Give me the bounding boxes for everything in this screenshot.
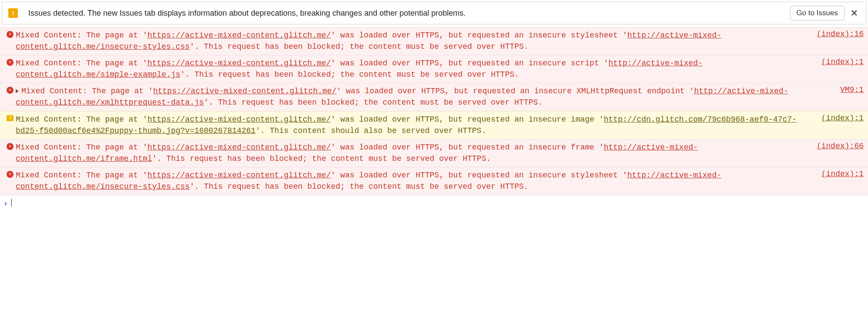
issues-banner-text: Issues detected. The new Issues tab disp…	[28, 9, 790, 18]
issues-badge-icon	[8, 8, 18, 18]
svg-rect-1	[13, 14, 14, 15]
error-icon	[7, 87, 14, 94]
source-link[interactable]: (index):16	[810, 30, 864, 38]
error-icon	[7, 143, 14, 150]
url-link[interactable]: https://active-mixed-content.glitch.me/	[147, 59, 331, 68]
console-message: Mixed Content: The page at 'https://acti…	[0, 167, 868, 195]
source-link[interactable]: (index):1	[814, 58, 864, 66]
text-cursor	[11, 199, 12, 207]
url-link[interactable]: http://active-mixed-content.glitch.me/in…	[16, 31, 721, 51]
url-link[interactable]: http://active-mixed-content.glitch.me/si…	[16, 59, 703, 79]
go-to-issues-button[interactable]: Go to Issues	[790, 6, 844, 20]
url-link[interactable]: https://active-mixed-content.glitch.me/	[147, 115, 331, 124]
message-text: Mixed Content: The page at 'https://acti…	[16, 142, 810, 164]
url-link[interactable]: https://active-mixed-content.glitch.me/	[147, 143, 331, 152]
url-link[interactable]: https://active-mixed-content.glitch.me/	[153, 87, 336, 95]
url-link[interactable]: http://cdn.glitch.com/79c6b968-aef0-47c7…	[16, 115, 797, 135]
url-link[interactable]: https://active-mixed-content.glitch.me/	[147, 171, 331, 180]
console-message: Mixed Content: The page at 'https://acti…	[0, 139, 868, 167]
message-text: Mixed Content: The page at 'https://acti…	[16, 170, 814, 192]
error-icon	[7, 171, 14, 178]
error-icon	[7, 59, 14, 66]
console-message: Mixed Content: The page at 'https://acti…	[0, 55, 868, 83]
source-link[interactable]: (index):1	[814, 170, 864, 178]
console-message: Mixed Content: The page at 'https://acti…	[0, 83, 868, 111]
console-message: Mixed Content: The page at 'https://acti…	[0, 27, 868, 55]
message-text: Mixed Content: The page at 'https://acti…	[16, 30, 810, 52]
error-icon	[7, 31, 14, 38]
issues-banner: Issues detected. The new Issues tab disp…	[2, 2, 866, 24]
message-text: Mixed Content: The page at 'https://acti…	[16, 114, 814, 136]
close-icon[interactable]: ✕	[849, 8, 860, 18]
console-log: Mixed Content: The page at 'https://acti…	[0, 27, 868, 195]
url-link[interactable]: http://active-mixed-content.glitch.me/in…	[16, 171, 721, 191]
url-link[interactable]: http://active-mixed-content.glitch.me/xm…	[16, 87, 788, 107]
prompt-caret-icon: ›	[4, 199, 7, 208]
source-link[interactable]: (index):66	[810, 142, 864, 150]
console-message: Mixed Content: The page at 'https://acti…	[0, 111, 868, 139]
warning-icon	[7, 115, 14, 121]
svg-rect-0	[13, 11, 14, 14]
console-prompt[interactable]: ›	[0, 195, 868, 211]
url-link[interactable]: http://active-mixed-content.glitch.me/if…	[16, 143, 698, 163]
url-link[interactable]: https://active-mixed-content.glitch.me/	[147, 31, 331, 40]
expand-disclosure-icon[interactable]	[16, 89, 19, 93]
source-link[interactable]: VM9:1	[833, 85, 864, 94]
source-link[interactable]: (index):1	[814, 114, 864, 122]
message-text: Mixed Content: The page at 'https://acti…	[16, 85, 833, 108]
message-text: Mixed Content: The page at 'https://acti…	[16, 58, 814, 80]
